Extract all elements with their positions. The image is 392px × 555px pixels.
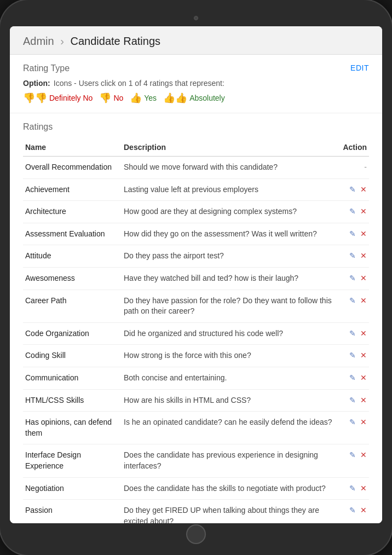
- home-button[interactable]: [186, 524, 206, 544]
- edit-row-button[interactable]: ✎: [349, 229, 356, 240]
- breadcrumb-separator: ›: [60, 35, 64, 47]
- action-icons: ✎✕: [338, 417, 367, 428]
- delete-row-button[interactable]: ✕: [360, 350, 367, 361]
- edit-row-button[interactable]: ✎: [349, 251, 356, 262]
- delete-row-button[interactable]: ✕: [360, 184, 367, 195]
- delete-row-button[interactable]: ✕: [360, 373, 367, 384]
- row-description: Do they get FIRED UP when talking about …: [122, 500, 336, 523]
- row-description: Both concise and entertaining.: [122, 367, 336, 389]
- edit-row-button[interactable]: ✎: [349, 296, 356, 307]
- edit-button[interactable]: EDIT: [350, 63, 369, 72]
- row-description: Does the candidate has the skills to neg…: [122, 477, 336, 500]
- row-action: ✎✕: [336, 500, 369, 523]
- edit-row-button[interactable]: ✎: [349, 273, 356, 284]
- action-icons: ✎✕: [338, 273, 367, 284]
- row-name: Assessment Evaluation: [23, 223, 122, 245]
- table-row: Has opinions, can defend themIs he an op…: [23, 412, 369, 444]
- ratings-title: Ratings: [23, 122, 369, 132]
- delete-row-button[interactable]: ✕: [360, 505, 367, 516]
- edit-row-button[interactable]: ✎: [349, 483, 356, 494]
- screen: Admin › Candidate Ratings Rating Type ED…: [10, 26, 382, 523]
- row-name: Passion: [23, 500, 122, 523]
- row-name: Coding Skill: [23, 345, 122, 367]
- edit-row-button[interactable]: ✎: [349, 450, 356, 461]
- row-action: ✎✕: [336, 223, 369, 245]
- table-row: Coding SkillHow strong is the force with…: [23, 345, 369, 367]
- table-row: HTML/CSS SkillsHow are his skills in HTM…: [23, 389, 369, 412]
- table-body: Overall RecommendationShould we move for…: [23, 157, 369, 524]
- device-frame: Admin › Candidate Ratings Rating Type ED…: [0, 0, 392, 555]
- table-row: AttitudeDo they pass the airport test?✎✕: [23, 245, 369, 268]
- delete-row-button[interactable]: ✕: [360, 229, 367, 240]
- row-action: ✎✕: [336, 444, 369, 477]
- table-row: NegotiationDoes the candidate has the sk…: [23, 477, 369, 500]
- ratings-table: Name Description Action Overall Recommen…: [23, 138, 369, 523]
- edit-row-button[interactable]: ✎: [349, 505, 356, 516]
- row-name: Awesomeness: [23, 267, 122, 290]
- row-name: Has opinions, can defend them: [23, 412, 122, 444]
- table-header-row: Name Description Action: [23, 138, 369, 157]
- delete-row-button[interactable]: ✕: [360, 395, 367, 406]
- definitely-no-label: Definitely No: [49, 94, 93, 102]
- row-name: HTML/CSS Skills: [23, 389, 122, 412]
- table-row: CommunicationBoth concise and entertaini…: [23, 367, 369, 389]
- col-name: Name: [23, 138, 122, 157]
- row-description: How strong is the force with this one?: [122, 345, 336, 367]
- edit-row-button[interactable]: ✎: [349, 417, 356, 428]
- row-action: -: [336, 157, 369, 179]
- edit-row-button[interactable]: ✎: [349, 328, 356, 339]
- definitely-no-icon: 👎👎: [23, 92, 47, 104]
- col-action: Action: [336, 138, 369, 157]
- admin-link[interactable]: Admin: [23, 35, 54, 47]
- action-icons: ✎✕: [338, 373, 367, 384]
- rating-items: 👎👎 Definitely No 👎 No 👍 Yes 👍👍 Absolutel…: [23, 92, 369, 104]
- edit-row-button[interactable]: ✎: [349, 373, 356, 384]
- edit-row-button[interactable]: ✎: [349, 206, 356, 217]
- edit-row-button[interactable]: ✎: [349, 395, 356, 406]
- row-action: ✎✕: [336, 477, 369, 500]
- absolutely-label: Absolutely: [189, 94, 225, 102]
- row-action: ✎✕: [336, 412, 369, 444]
- page-content: Rating Type EDIT Option: Icons - Users c…: [10, 55, 382, 523]
- rating-type-title: Rating Type: [23, 63, 70, 73]
- row-name: Communication: [23, 367, 122, 389]
- row-action: ✎✕: [336, 245, 369, 268]
- row-action: ✎✕: [336, 389, 369, 412]
- table-row: Interface Design ExperienceDoes the cand…: [23, 444, 369, 477]
- rating-absolutely: 👍👍 Absolutely: [163, 92, 225, 104]
- action-icons: ✎✕: [338, 184, 367, 195]
- row-name: Achievement: [23, 178, 122, 201]
- delete-row-button[interactable]: ✕: [360, 296, 367, 307]
- delete-row-button[interactable]: ✕: [360, 417, 367, 428]
- table-row: Code OrganizationDid he organized and st…: [23, 322, 369, 345]
- option-row: Option: Icons - Users click on 1 of 4 ra…: [23, 79, 369, 88]
- row-name: Negotiation: [23, 477, 122, 500]
- table-header: Name Description Action: [23, 138, 369, 157]
- row-name: Attitude: [23, 245, 122, 268]
- row-name: Overall Recommendation: [23, 157, 122, 179]
- action-icons: ✎✕: [338, 229, 367, 240]
- option-description: Icons - Users click on 1 of 4 ratings th…: [54, 79, 224, 88]
- row-action: ✎✕: [336, 201, 369, 223]
- delete-row-button[interactable]: ✕: [360, 206, 367, 217]
- row-action: ✎✕: [336, 267, 369, 290]
- row-action: ✎✕: [336, 178, 369, 201]
- table-row: Overall RecommendationShould we move for…: [23, 157, 369, 179]
- rating-type-header: Rating Type EDIT: [23, 63, 369, 79]
- edit-row-button[interactable]: ✎: [349, 184, 356, 195]
- rating-no: 👎 No: [99, 92, 123, 104]
- no-label: No: [113, 94, 123, 102]
- table-row: PassionDo they get FIRED UP when talking…: [23, 500, 369, 523]
- page-title: Candidate Ratings: [71, 35, 161, 47]
- delete-row-button[interactable]: ✕: [360, 450, 367, 461]
- absolutely-icon: 👍👍: [163, 92, 187, 104]
- edit-row-button[interactable]: ✎: [349, 350, 356, 361]
- delete-row-button[interactable]: ✕: [360, 251, 367, 262]
- delete-row-button[interactable]: ✕: [360, 328, 367, 339]
- action-icons: ✎✕: [338, 251, 367, 262]
- page-header: Admin › Candidate Ratings: [10, 26, 382, 55]
- delete-row-button[interactable]: ✕: [360, 273, 367, 284]
- delete-row-button[interactable]: ✕: [360, 483, 367, 494]
- row-action: ✎✕: [336, 290, 369, 322]
- row-name: Code Organization: [23, 322, 122, 345]
